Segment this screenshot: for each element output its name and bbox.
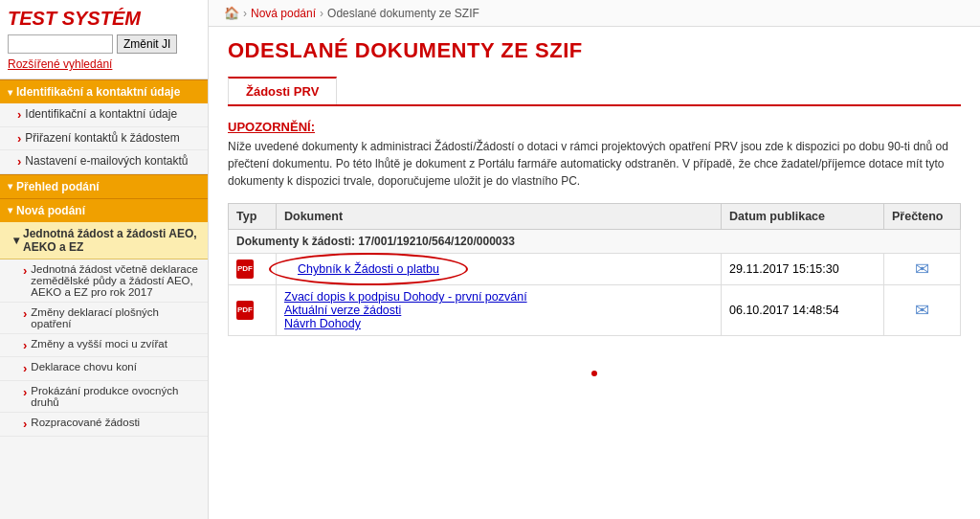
item-label: Identifikační a kontaktní údaje <box>25 107 177 121</box>
search-button[interactable]: Změnit JI <box>117 34 177 54</box>
tabs-row: Žádosti PRV <box>228 77 961 106</box>
section-label: Nová podání <box>16 204 85 217</box>
table-row: PDF Zvací dopis k podpisu Dohody - první… <box>229 285 961 336</box>
item-label: Nastavení e-mailových kontaktů <box>25 154 188 168</box>
sidebar: TEST SYSTÉM Změnit JI Rozšířené vyhledán… <box>0 0 209 519</box>
sidebar-item-identifikacni-kontaktni[interactable]: › Identifikační a kontaktní údaje <box>0 103 208 127</box>
sidebar-section-prehled[interactable]: ▾ Přehled podání <box>0 174 208 198</box>
cell-datum: 29.11.2017 15:15:30 <box>722 254 884 285</box>
group-label: Jednotná žádost a žádosti AEO, AEKO a EZ <box>23 227 200 254</box>
bullet-icon: › <box>23 338 27 353</box>
breadcrumb: 🏠 › Nová podání › Odeslané dokumenty ze … <box>209 0 980 27</box>
cell-dokument: Chybník k Žádosti o platbu <box>277 254 722 285</box>
circled-doc-link: Chybník k Žádosti o platbu <box>284 259 453 280</box>
cell-typ: PDF <box>229 285 277 336</box>
bullet-icon: › <box>23 263 27 279</box>
envelope-icon[interactable]: ✉ <box>915 259 929 280</box>
warning-title: UPOZORNĚNÍ: <box>228 120 961 134</box>
sidebar-group-jednotna[interactable]: ▾ Jednotná žádost a žádosti AEO, AEKO a … <box>0 222 208 260</box>
arrow-icon: ▾ <box>8 205 12 215</box>
item-label: Přiřazení kontaktů k žádostem <box>25 131 179 145</box>
documents-table: Typ Dokument Datum publikace Přečteno Do… <box>228 203 961 336</box>
cell-typ: PDF <box>229 254 277 285</box>
col-dokument: Dokument <box>277 204 722 230</box>
page-title: ODESLANÉ DOKUMENTY ZE SZIF <box>228 38 961 63</box>
bullet-icon: › <box>23 417 27 432</box>
doc-link-navrh[interactable]: Návrh Dohody <box>284 317 713 330</box>
col-precteno: Přečteno <box>884 204 961 230</box>
item-label: Rozpracované žádosti <box>31 417 140 428</box>
item-label: Prokázání produkce ovocných druhů <box>31 385 200 408</box>
sidebar-item-zmeny-deklaraci[interactable]: › Změny deklarací plošných opatření <box>0 303 208 334</box>
col-datum: Datum publikace <box>722 204 884 230</box>
table-row: PDF Chybník k Žádosti o platbu 29.11.201… <box>229 254 961 285</box>
dot-indicator-area <box>228 365 961 379</box>
doc-link-zvaci[interactable]: Zvací dopis k podpisu Dohody - první poz… <box>284 290 713 304</box>
col-typ: Typ <box>229 204 277 230</box>
table-group-row: Dokumenty k žádosti: 17/001/19210/564/12… <box>229 230 961 254</box>
content-area: ODESLANÉ DOKUMENTY ZE SZIF Žádosti PRV U… <box>209 27 980 519</box>
doc-link-aktualni[interactable]: Aktuální verze žádosti <box>284 304 713 317</box>
section-label: Přehled podání <box>16 180 100 193</box>
advanced-search-link[interactable]: Rozšířené vyhledání <box>8 57 200 71</box>
section-label: Identifikační a kontaktní údaje <box>16 85 180 99</box>
breadcrumb-sep2: › <box>320 7 323 20</box>
bullet-icon: › <box>23 385 27 400</box>
sidebar-item-deklarace-chovu[interactable]: › Deklarace chovu koní <box>0 357 208 381</box>
cell-datum-2: 06.10.2017 14:48:54 <box>722 285 884 336</box>
main-content: 🏠 › Nová podání › Odeslané dokumenty ze … <box>209 0 980 519</box>
pdf-icon: PDF <box>236 301 254 320</box>
sidebar-title: TEST SYSTÉM <box>8 8 200 29</box>
cell-precteno-2: ✉ <box>884 285 961 336</box>
item-label: Deklarace chovu koní <box>31 361 137 372</box>
bullet-icon: › <box>23 306 27 322</box>
sidebar-item-rozpracovane[interactable]: › Rozpracované žádosti <box>0 413 208 437</box>
sidebar-item-prirazeni-kontaktu[interactable]: › Přiřazení kontaktů k žádostem <box>0 127 208 151</box>
sidebar-item-prokazani-produkce[interactable]: › Prokázání produkce ovocných druhů <box>0 381 208 413</box>
sidebar-section-identifikacni[interactable]: ▾ Identifikační a kontaktní údaje <box>0 79 208 103</box>
bullet-icon: › <box>23 361 27 376</box>
breadcrumb-sep: › <box>243 7 247 20</box>
sidebar-item-jednotna-zadost[interactable]: › Jednotná žádost včetně deklarace zeměd… <box>0 260 208 303</box>
item-label: Jednotná žádost včetně deklarace zeměděl… <box>31 263 200 298</box>
warning-box: UPOZORNĚNÍ: Níže uvedené dokumenty k adm… <box>228 120 961 190</box>
envelope-icon-2[interactable]: ✉ <box>915 300 929 321</box>
item-label: Změny a vyšší moci u zvířat <box>31 338 167 350</box>
bullet-icon: › <box>17 131 21 147</box>
item-label: Změny deklarací plošných opatření <box>31 306 200 329</box>
breadcrumb-nova-podani[interactable]: Nová podání <box>251 7 316 20</box>
sidebar-section-nova[interactable]: ▾ Nová podání <box>0 198 208 222</box>
tab-zadosti-prv[interactable]: Žádosti PRV <box>228 77 337 104</box>
bullet-icon: › <box>17 107 21 123</box>
breadcrumb-current: Odeslané dokumenty ze SZIF <box>327 7 479 20</box>
doc-link-chybnik[interactable]: Chybník k Žádosti o platbu <box>298 262 439 276</box>
group-row-label: Dokumenty k žádosti: 17/001/19210/564/12… <box>229 230 961 254</box>
sidebar-item-nastaveni-emailu[interactable]: › Nastavení e-mailových kontaktů <box>0 150 208 174</box>
bullet-icon: › <box>17 154 21 169</box>
cell-dokument-multi: Zvací dopis k podpisu Dohody - první poz… <box>277 285 722 336</box>
cell-precteno: ✉ <box>884 254 961 285</box>
warning-text: Níže uvedené dokumenty k administraci Žá… <box>228 138 961 190</box>
arrow-icon: ▾ <box>8 181 12 192</box>
search-input[interactable] <box>8 34 113 54</box>
home-icon: 🏠 <box>224 6 239 20</box>
sidebar-header: TEST SYSTÉM Změnit JI Rozšířené vyhledán… <box>0 0 208 79</box>
pdf-icon: PDF <box>236 260 254 279</box>
arrow-icon: ▾ <box>13 234 19 247</box>
sidebar-item-zmeny-vyssimoci[interactable]: › Změny a vyšší moci u zvířat <box>0 334 208 358</box>
dot-indicator <box>591 371 597 376</box>
arrow-icon: ▾ <box>8 87 12 98</box>
search-row: Změnit JI <box>8 34 200 54</box>
